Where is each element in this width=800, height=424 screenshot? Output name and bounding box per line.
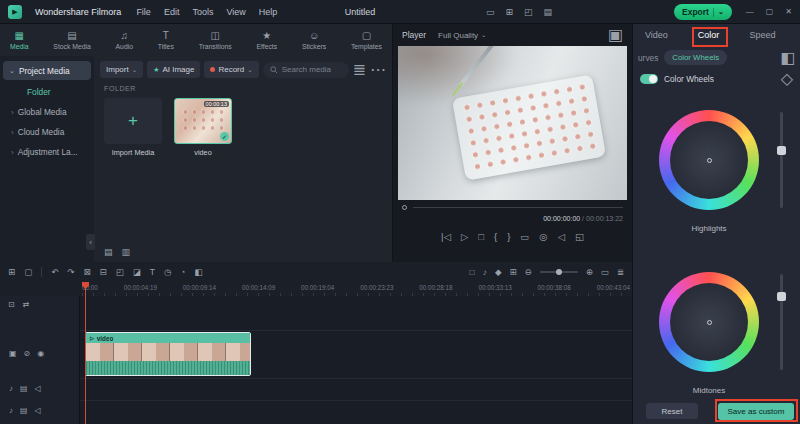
wheel-crosshair[interactable] — [707, 158, 712, 163]
tab-media[interactable]: ▦ Media — [10, 30, 29, 50]
track-swap-icon[interactable]: ⇄ — [23, 301, 30, 309]
screen-record-icon[interactable]: ◰ — [524, 8, 533, 17]
tab-templates[interactable]: ▢ Templates — [351, 30, 382, 50]
playhead-dot[interactable] — [402, 205, 407, 210]
crop-icon[interactable]: ▭ — [520, 232, 529, 242]
select-tool-icon[interactable]: ▢ — [24, 268, 32, 277]
keyframe-diamond-icon[interactable]: ◇ — [781, 71, 793, 87]
color-wheels-toggle[interactable] — [640, 74, 658, 84]
play-icon[interactable]: ▷ — [461, 232, 468, 242]
delete-icon[interactable]: ⊠ — [83, 268, 90, 277]
sidebar-item-project-media[interactable]: ⌄ Project Media — [3, 61, 91, 80]
menu-tools[interactable]: Tools — [192, 7, 213, 17]
ripple-trim-icon[interactable]: ◪ — [133, 268, 141, 277]
import-button[interactable]: Import ⌄ — [100, 61, 143, 78]
track-mute-icon[interactable]: ◁ — [35, 385, 41, 393]
music-note-icon[interactable]: ♪ — [9, 385, 13, 393]
tab-audio[interactable]: ♫ Audio — [116, 30, 133, 50]
compare-icon[interactable]: ◧ — [780, 50, 795, 66]
split-icon[interactable]: ⊟ — [100, 268, 107, 277]
media-view-icon[interactable]: ⊞ — [8, 268, 15, 277]
wheel-crosshair[interactable] — [707, 320, 712, 325]
minimize-button[interactable]: — — [746, 8, 754, 16]
slider-handle[interactable] — [777, 292, 786, 301]
close-button[interactable]: ✕ — [785, 8, 792, 16]
voiceover-icon[interactable]: ♪ — [483, 268, 487, 277]
timeline-ruler[interactable]: 00:00 00:00:04:19 00:00:09:14 00:00:14:0… — [82, 282, 630, 296]
speed-tool-icon[interactable]: ◷ — [164, 268, 171, 277]
export-button[interactable]: Export ⌄ — [674, 4, 732, 20]
search-input[interactable]: Search media — [263, 62, 349, 78]
playhead-line[interactable] — [85, 282, 86, 424]
marker-icon[interactable]: □ — [470, 268, 475, 277]
volume-icon[interactable]: ◁ — [558, 232, 565, 242]
mask-tool-icon[interactable]: ◧ — [194, 268, 202, 277]
track-manage-icon[interactable]: ⊡ — [8, 301, 15, 309]
music-note-icon[interactable]: ♪ — [9, 407, 13, 415]
zoom-knob[interactable] — [556, 269, 562, 275]
track-thumbnail-icon[interactable]: ▣ — [9, 350, 17, 358]
track-folder-icon[interactable]: ▤ — [20, 407, 28, 415]
snapshot-icon[interactable]: ◎ — [539, 232, 547, 242]
mark-out-icon[interactable]: } — [507, 232, 510, 242]
crop-tool-icon[interactable]: ◰ — [116, 268, 124, 277]
track-eye-icon[interactable]: ◉ — [37, 350, 44, 358]
keyframe-icon[interactable]: ◆ — [495, 268, 502, 277]
record-button[interactable]: Record ⌄ — [204, 61, 258, 78]
sidebar-item-folder[interactable]: Folder — [3, 80, 91, 102]
tab-effects[interactable]: ★ Effects — [256, 30, 277, 50]
menu-help[interactable]: Help — [259, 7, 278, 17]
tab-stickers[interactable]: ☺ Stickers — [302, 30, 326, 50]
tab-color-wheels[interactable]: Color Wheels — [664, 50, 727, 65]
video-clip-tile[interactable]: 00:00:13 ✓ video — [174, 98, 232, 157]
quality-dropdown[interactable]: Full Quality ⌄ — [438, 31, 486, 40]
save-as-custom-button[interactable]: Save as custom — [718, 403, 794, 420]
tab-titles[interactable]: T Titles — [158, 30, 174, 50]
tab-stock-media[interactable]: ▤ Stock Media — [53, 30, 90, 50]
highlights-color-wheel[interactable] — [659, 110, 759, 210]
slider-handle[interactable] — [777, 146, 786, 155]
chevron-down-icon[interactable]: ⌄ — [718, 8, 724, 16]
sidebar-item-adjustment[interactable]: › Adjustment La... — [3, 142, 91, 162]
grid-icon[interactable]: ⊞ — [506, 8, 514, 17]
track-list-icon[interactable]: ≣ — [617, 268, 624, 277]
menu-edit[interactable]: Edit — [164, 7, 180, 17]
previous-frame-icon[interactable]: |◁ — [441, 232, 451, 242]
sidebar-item-cloud-media[interactable]: › Cloud Media — [3, 122, 91, 142]
tab-curves-partial[interactable]: urves — [638, 53, 658, 63]
fit-view-icon[interactable]: ▣ — [608, 27, 623, 43]
sidebar-item-global-media[interactable]: › Global Media — [3, 102, 91, 122]
timeline-video-clip[interactable]: ▷ video — [85, 332, 251, 376]
zoom-out-icon[interactable]: ⊖ — [525, 268, 532, 277]
tab-color[interactable]: Color — [698, 30, 720, 40]
track-folder-icon[interactable]: ▤ — [20, 385, 28, 393]
redo-icon[interactable]: ↷ — [67, 268, 74, 277]
device-icon[interactable]: ▤ — [544, 8, 553, 17]
track-mute-icon[interactable]: ◁ — [35, 407, 41, 415]
tab-video[interactable]: Video — [645, 30, 668, 40]
menu-file[interactable]: File — [136, 7, 151, 17]
mark-in-icon[interactable]: { — [494, 232, 497, 242]
tab-speed[interactable]: Speed — [749, 30, 775, 40]
reset-button[interactable]: Reset — [646, 403, 698, 419]
stop-icon[interactable]: □ — [478, 232, 484, 242]
import-media-tile[interactable]: + Import Media — [104, 98, 162, 157]
ai-image-button[interactable]: ★ AI Image — [147, 61, 200, 78]
filter-icon[interactable]: ≣ — [353, 62, 366, 78]
progress-track[interactable] — [413, 207, 623, 208]
zoom-slider[interactable] — [540, 271, 578, 273]
more-icon[interactable]: ⋯ — [370, 62, 386, 78]
folder-icon[interactable]: ▥ — [122, 248, 131, 257]
menu-view[interactable]: View — [226, 7, 245, 17]
zoom-in-icon[interactable]: ⊕ — [586, 268, 593, 277]
fullscreen-icon[interactable]: ◱ — [575, 232, 584, 242]
color-tool-icon[interactable]: ◔ — [180, 268, 185, 277]
undo-icon[interactable]: ↶ — [51, 268, 58, 277]
fit-timeline-icon[interactable]: ▭ — [601, 268, 609, 277]
midtones-color-wheel[interactable] — [659, 272, 759, 372]
midtones-luminance-slider[interactable] — [780, 274, 783, 370]
playback-progress-bar[interactable] — [402, 205, 623, 210]
highlights-luminance-slider[interactable] — [780, 112, 783, 208]
text-tool-icon[interactable]: T — [150, 268, 155, 277]
collapse-sidebar-button[interactable]: ‹ — [86, 234, 95, 250]
